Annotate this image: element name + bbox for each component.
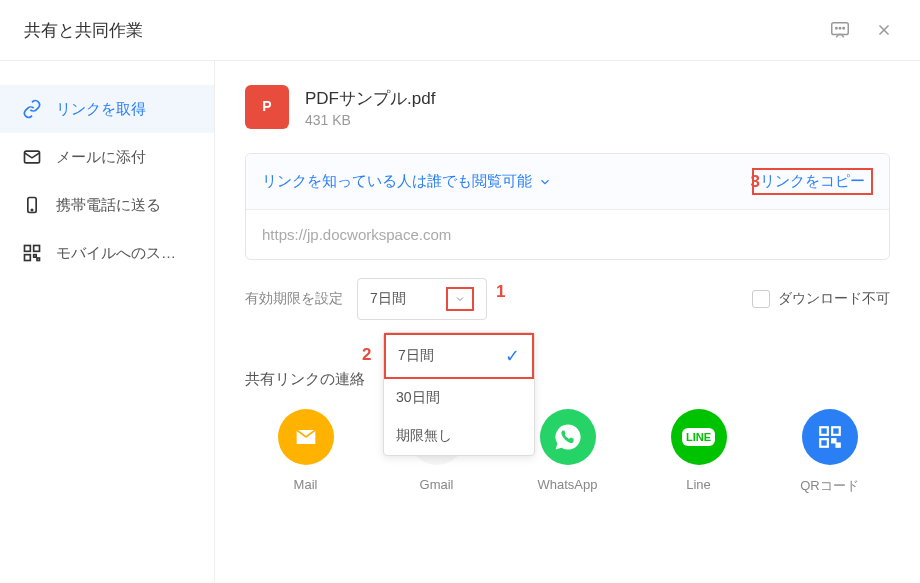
svg-rect-14 bbox=[832, 427, 840, 435]
link-permission-label: リンクを知っている人は誰でも閲覧可能 bbox=[262, 172, 532, 191]
sidebar-item-mobile-scan[interactable]: モバイルへのス… bbox=[0, 229, 214, 277]
main-panel: P PDFサンプル.pdf 431 KB リンクを知っている人は誰でも閲覧可能 … bbox=[215, 61, 920, 582]
sidebar-item-get-link[interactable]: リンクを取得 bbox=[0, 85, 214, 133]
svg-rect-15 bbox=[820, 439, 828, 447]
expiry-option-label: 期限無し bbox=[396, 427, 452, 445]
checkbox-icon bbox=[752, 290, 770, 308]
sidebar-item-label: モバイルへのス… bbox=[56, 244, 176, 263]
expiry-select[interactable]: 7日間 bbox=[357, 278, 487, 320]
copy-link-button[interactable]: リンクをコピー bbox=[752, 168, 873, 195]
pdf-file-icon: P bbox=[245, 85, 289, 129]
check-icon: ✓ bbox=[505, 345, 520, 367]
feedback-icon[interactable] bbox=[828, 18, 852, 42]
close-icon[interactable] bbox=[872, 18, 896, 42]
share-item-label: Mail bbox=[294, 477, 318, 492]
chevron-down-icon bbox=[538, 175, 552, 189]
expiry-dropdown-menu: 7日間 ✓ 30日間 期限無し bbox=[383, 332, 535, 456]
sidebar-item-mail-attach[interactable]: メールに添付 bbox=[0, 133, 214, 181]
expiry-option-label: 7日間 bbox=[398, 347, 434, 365]
download-disable-checkbox[interactable]: ダウンロード不可 bbox=[752, 290, 890, 308]
svg-text:P: P bbox=[262, 98, 271, 114]
link-icon bbox=[22, 99, 42, 119]
svg-rect-8 bbox=[34, 246, 40, 252]
svg-point-3 bbox=[843, 27, 844, 28]
svg-rect-11 bbox=[37, 258, 40, 261]
expiry-row: 有効期限を設定 7日間 ダウンロード不可 bbox=[245, 278, 890, 320]
svg-point-1 bbox=[836, 27, 837, 28]
expiry-chevron-wrapper[interactable] bbox=[446, 287, 474, 311]
chevron-down-icon bbox=[454, 293, 466, 305]
link-url[interactable]: https://jp.docworkspace.com bbox=[246, 210, 889, 259]
sidebar: リンクを取得 メールに添付 携帯電話に送る モバイルへのス… bbox=[0, 61, 215, 582]
annotation-2: 2 bbox=[362, 345, 371, 365]
share-item-label: Gmail bbox=[420, 477, 454, 492]
link-permission-dropdown[interactable]: リンクを知っている人は誰でも閲覧可能 bbox=[262, 172, 552, 191]
file-size: 431 KB bbox=[305, 112, 435, 128]
expiry-option-label: 30日間 bbox=[396, 389, 440, 407]
svg-point-2 bbox=[839, 27, 840, 28]
expiry-option-30days[interactable]: 30日間 bbox=[384, 379, 534, 417]
share-item-label: QRコード bbox=[800, 477, 859, 495]
dialog-header: 共有と共同作業 bbox=[0, 0, 920, 61]
line-logo-text: LINE bbox=[682, 428, 715, 446]
dialog-title: 共有と共同作業 bbox=[24, 19, 143, 42]
share-item-mail[interactable]: Mail bbox=[245, 409, 366, 495]
annotation-3: 3 bbox=[751, 172, 760, 192]
line-circle-icon: LINE bbox=[671, 409, 727, 465]
svg-rect-16 bbox=[832, 439, 835, 442]
expiry-selected-value: 7日間 bbox=[370, 290, 406, 308]
file-name: PDFサンプル.pdf bbox=[305, 87, 435, 110]
mail-circle-icon bbox=[278, 409, 334, 465]
share-item-line[interactable]: LINE Line bbox=[638, 409, 759, 495]
header-actions bbox=[828, 18, 896, 42]
expiry-option-unlimited[interactable]: 期限無し bbox=[384, 417, 534, 455]
sidebar-item-send-phone[interactable]: 携帯電話に送る bbox=[0, 181, 214, 229]
svg-rect-13 bbox=[820, 427, 828, 435]
share-item-qr[interactable]: QRコード bbox=[769, 409, 890, 495]
link-box: リンクを知っている人は誰でも閲覧可能 リンクをコピー https://jp.do… bbox=[245, 153, 890, 260]
sidebar-item-label: リンクを取得 bbox=[56, 100, 146, 119]
share-contacts-title: 共有リンクの連絡 bbox=[245, 370, 890, 389]
phone-icon bbox=[22, 195, 42, 215]
annotation-1: 1 bbox=[496, 282, 505, 302]
share-item-label: WhatsApp bbox=[538, 477, 598, 492]
mail-icon bbox=[22, 147, 42, 167]
svg-rect-7 bbox=[25, 246, 31, 252]
expiry-option-7days[interactable]: 7日間 ✓ bbox=[384, 333, 534, 379]
svg-rect-9 bbox=[25, 255, 31, 261]
sidebar-item-label: 携帯電話に送る bbox=[56, 196, 161, 215]
file-info: P PDFサンプル.pdf 431 KB bbox=[245, 85, 890, 129]
expiry-label: 有効期限を設定 bbox=[245, 290, 343, 308]
whatsapp-circle-icon bbox=[540, 409, 596, 465]
download-disable-label: ダウンロード不可 bbox=[778, 290, 890, 308]
svg-rect-10 bbox=[34, 255, 37, 257]
qr-circle-icon bbox=[802, 409, 858, 465]
svg-point-6 bbox=[31, 209, 32, 210]
sidebar-item-label: メールに添付 bbox=[56, 148, 146, 167]
svg-rect-17 bbox=[836, 444, 839, 447]
share-icons-row: Mail Gmail WhatsApp LINE Line bbox=[245, 409, 890, 495]
qr-icon bbox=[22, 243, 42, 263]
share-item-label: Line bbox=[686, 477, 711, 492]
